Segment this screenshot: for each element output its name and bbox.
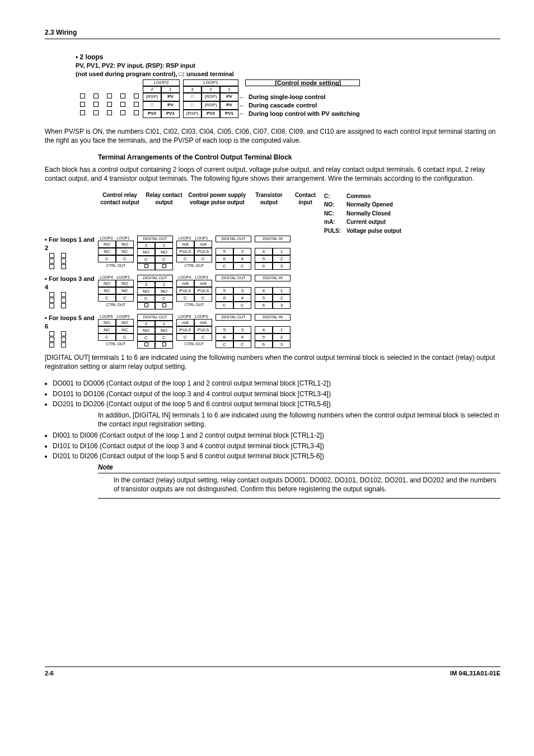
control-mode-setting-label: [Control mode setting] <box>245 79 360 86</box>
note-block: Note In the contact (relay) output setti… <box>98 463 500 499</box>
page-footer: 2-6 IM 04L31A01-01E <box>45 666 500 678</box>
terminal-block-group: • For loops 5 and 6LOOP6LOOP5NONONCNCCCC… <box>45 314 500 349</box>
terminal-title: Terminal Arrangements of the Control Out… <box>98 153 500 162</box>
doc-id: IM 04L31A01-01E <box>450 669 500 678</box>
mode-loop-pv-switch: During loop control with PV switching <box>245 110 360 118</box>
for-loops-label: • For loops 5 and 6 <box>45 314 98 331</box>
bullet-di-1: DI001 to DI006 (Contact output of the lo… <box>53 431 500 440</box>
bullet-di-2: DI101 to DI106 (Contact output of the lo… <box>53 442 500 450</box>
two-loops-block: • 2 loops PV, PV1, PV2: PV input, (RSP):… <box>76 53 500 118</box>
hdr-transistor: Transistor output <box>248 191 290 236</box>
do-bullets: DO001 to DO006 (Contact output of the lo… <box>45 379 500 408</box>
mode-cascade: During cascade control <box>245 101 360 110</box>
terminal-block-group: • For loops 1 and 2LOOP2LOOP1NONONCNCCCC… <box>45 236 500 270</box>
bullet-di-3: DI201 to DI206 (Contact output of the lo… <box>53 452 500 461</box>
bullet-do-1: DO001 to DO006 (Contact output of the lo… <box>53 379 500 388</box>
digital-out-paragraph: [DIGITAL OUT] terminals 1 to 6 are indic… <box>45 353 500 371</box>
page-number: 2-6 <box>45 669 54 678</box>
bullet-do-3: DO201 to DO206 (Contact output of the lo… <box>53 400 500 408</box>
abbrev-legend: C:Common NO:Normally Opened NC:Normally … <box>321 191 405 236</box>
bullet-do-2: DO101 to DO106 (Contact output of the lo… <box>53 389 500 398</box>
hdr-volt-pulse: Control power supply voltage pulse outpu… <box>186 191 248 236</box>
hdr-control-relay: Control relay contact output <box>98 191 142 236</box>
for-loops-label: • For loops 3 and 4 <box>45 275 98 292</box>
note-label: Note <box>98 463 113 471</box>
note-body: In the contact (relay) output setting, r… <box>114 476 500 494</box>
two-loops-sub2: (not used during program control), □: un… <box>76 70 500 78</box>
unused-terminal-icon <box>80 93 85 98</box>
control-mode-table: LOOP2 LOOP1 [Control mode setting] 2 1 3… <box>76 79 360 118</box>
for-loops-label: • For loops 1 and 2 <box>45 236 98 252</box>
di-bullets: DI001 to DI006 (Contact output of the lo… <box>45 431 500 461</box>
terminal-paragraph: Each block has a control output containi… <box>45 165 500 183</box>
hdr-relay-contact: Relay contact output <box>142 191 186 236</box>
hdr-contact-in: Contact input <box>290 191 321 236</box>
terminal-block-group: • For loops 3 and 4LOOP4LOOP3NONONCNCCCC… <box>45 275 500 309</box>
section-header: 2.3 Wiring <box>45 28 500 39</box>
two-loops-sub1: PV, PV1, PV2: PV input, (RSP): RSP input <box>76 62 500 70</box>
two-loops-title: • 2 loops <box>76 53 500 62</box>
digital-in-paragraph: In addition, [DIGITAL IN] terminals 1 to… <box>98 411 500 429</box>
pvsp-paragraph: When PV/SP is ON, the numbers CI01, CI02… <box>45 127 500 145</box>
mode-single-loop: During single-loop control <box>245 93 360 101</box>
